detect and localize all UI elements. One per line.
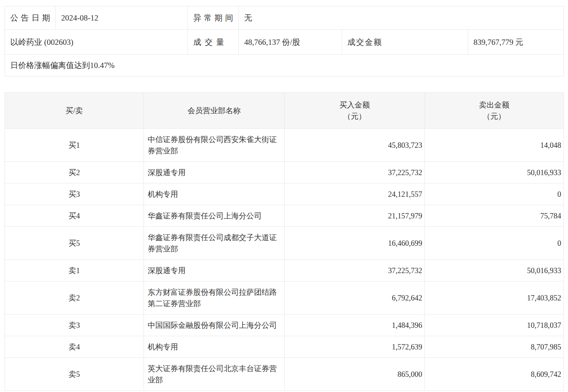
listing-reason: 日价格涨幅偏离值达到10.47% <box>5 55 564 76</box>
table-row: 卖4 机构专用 1,572,639 8,707,985 <box>5 336 564 358</box>
announce-date-label: 公告日期 <box>5 6 56 30</box>
rank-cell: 买3 <box>5 183 144 205</box>
table-row: 买2 深股通专用 37,225,732 50,016,933 <box>5 162 564 183</box>
buy-amount-cell: 6,792,642 <box>285 281 425 315</box>
page: 公告日期 2024-08-12 异常期间 无 以岭药业 (002603) 成 交… <box>0 0 568 392</box>
stock-name: 以岭药业 (002603) <box>5 30 188 55</box>
table-row: 买3 机构专用 24,121,557 0 <box>5 183 564 205</box>
buy-amount-cell: 45,803,723 <box>285 129 425 162</box>
buy-amount-cell: 1,572,639 <box>285 336 425 358</box>
summary-row-date: 公告日期 2024-08-12 异常期间 无 <box>5 6 564 30</box>
branch-name-cell: 深股通专用 <box>144 162 285 183</box>
branch-name-cell: 机构专用 <box>144 183 285 205</box>
table-row: 卖1 深股通专用 37,225,732 50,016,933 <box>5 260 564 281</box>
buy-amount-cell: 865,000 <box>285 358 425 391</box>
branch-name-cell: 华鑫证券有限责任公司上海分公司 <box>144 205 285 227</box>
sell-amount-cell: 8,609,742 <box>425 358 564 391</box>
branch-name-cell: 英大证券有限责任公司北京丰台证券营业部 <box>144 358 285 391</box>
table-row: 卖5 英大证券有限责任公司北京丰台证券营业部 865,000 8,609,742 <box>5 358 564 391</box>
volume-value: 48,766,137 份/股 <box>239 30 342 55</box>
turnover-label: 成交金额 <box>342 30 468 55</box>
summary-table: 公告日期 2024-08-12 异常期间 无 以岭药业 (002603) 成 交… <box>5 6 564 76</box>
sell-amount-cell: 75,784 <box>425 205 564 227</box>
sell-amount-cell: 17,403,852 <box>425 281 564 315</box>
sell-amount-cell: 50,016,933 <box>425 162 564 183</box>
rank-cell: 卖5 <box>5 358 144 391</box>
branch-name-cell: 华鑫证券有限责任公司成都交子大道证券营业部 <box>144 227 285 260</box>
table-header-row: 买/卖 会员营业部名称 买入金额（元） 卖出金额（元） <box>5 93 564 129</box>
rank-cell: 卖2 <box>5 281 144 315</box>
abnormal-period-label: 异常期间 <box>188 6 239 30</box>
rank-cell: 卖3 <box>5 315 144 336</box>
sell-amount-cell: 14,048 <box>425 129 564 162</box>
announce-date-value: 2024-08-12 <box>56 6 188 30</box>
buy-amount-cell: 24,121,557 <box>285 183 425 205</box>
volume-label: 成 交 量 <box>188 30 239 55</box>
buy-amount-cell: 37,225,732 <box>285 260 425 281</box>
table-row: 买4 华鑫证券有限责任公司上海分公司 21,157,979 75,784 <box>5 205 564 227</box>
turnover-value: 839,767,779 元 <box>468 30 564 55</box>
branch-name-cell: 深股通专用 <box>144 260 285 281</box>
branch-name-cell: 机构专用 <box>144 336 285 358</box>
rank-cell: 买2 <box>5 162 144 183</box>
header-sell-amount: 卖出金额（元） <box>425 93 564 129</box>
summary-row-reason: 日价格涨幅偏离值达到10.47% <box>5 55 564 76</box>
rank-cell: 卖4 <box>5 336 144 358</box>
broker-seats-table: 买/卖 会员营业部名称 买入金额（元） 卖出金额（元） 买1 中信证券股份有限公… <box>5 92 564 391</box>
buy-amount-cell: 16,460,699 <box>285 227 425 260</box>
table-row: 卖2 东方财富证券股份有限公司拉萨团结路第二证券营业部 6,792,642 17… <box>5 281 564 315</box>
sell-amount-cell: 50,016,933 <box>425 260 564 281</box>
sell-amount-cell: 10,718,037 <box>425 315 564 336</box>
rank-cell: 买4 <box>5 205 144 227</box>
branch-name-cell: 中信证券股份有限公司西安朱雀大街证券营业部 <box>144 129 285 162</box>
table-row: 买1 中信证券股份有限公司西安朱雀大街证券营业部 45,803,723 14,0… <box>5 129 564 162</box>
rank-cell: 卖1 <box>5 260 144 281</box>
rank-cell: 买1 <box>5 129 144 162</box>
table-row: 买5 华鑫证券有限责任公司成都交子大道证券营业部 16,460,699 0 <box>5 227 564 260</box>
abnormal-period-value: 无 <box>239 6 564 30</box>
sell-amount-cell: 0 <box>425 227 564 260</box>
branch-name-cell: 东方财富证券股份有限公司拉萨团结路第二证券营业部 <box>144 281 285 315</box>
header-side: 买/卖 <box>5 93 144 129</box>
buy-amount-cell: 37,225,732 <box>285 162 425 183</box>
sell-amount-cell: 8,707,985 <box>425 336 564 358</box>
rank-cell: 买5 <box>5 227 144 260</box>
sell-amount-cell: 0 <box>425 183 564 205</box>
header-branch: 会员营业部名称 <box>144 93 285 129</box>
header-buy-amount: 买入金额（元） <box>285 93 425 129</box>
summary-row-stock: 以岭药业 (002603) 成 交 量 48,766,137 份/股 成交金额 … <box>5 30 564 55</box>
buy-amount-cell: 21,157,979 <box>285 205 425 227</box>
table-row: 卖3 中国国际金融股份有限公司上海分公司 1,484,396 10,718,03… <box>5 315 564 336</box>
buy-amount-cell: 1,484,396 <box>285 315 425 336</box>
branch-name-cell: 中国国际金融股份有限公司上海分公司 <box>144 315 285 336</box>
